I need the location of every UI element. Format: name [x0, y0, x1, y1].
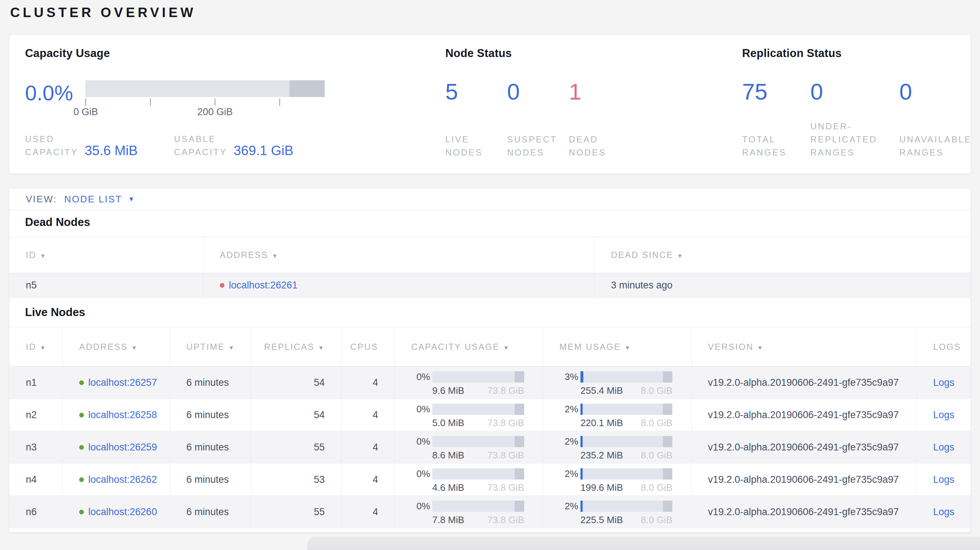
id-cell: n1: [10, 367, 62, 399]
column-header-capacity[interactable]: CAPACITY USAGE▼: [395, 327, 542, 366]
capacity-usage-bar-reserved-segment: [515, 468, 524, 480]
capacity-usage-bar: [432, 404, 524, 415]
dead_since-value: 3 minutes ago: [611, 280, 673, 291]
sort-caret-icon[interactable]: ▼: [318, 345, 325, 351]
logs-link[interactable]: Logs: [933, 506, 955, 518]
id-value: n5: [26, 280, 37, 291]
capacity-usage-total-value: 73.8 GiB: [487, 482, 524, 493]
address-cell: localhost:26259: [62, 431, 170, 463]
sort-caret-icon[interactable]: ▼: [757, 345, 764, 351]
table-header-row: ID▼ADDRESS▼DEAD SINCE▼: [10, 237, 970, 273]
under-replicated-count: 0: [810, 79, 899, 104]
uptime-cell: 6 minutes: [170, 464, 251, 496]
logs-link[interactable]: Logs: [933, 409, 955, 421]
capacity-usage-bar: [432, 436, 524, 447]
mem-usage-percent: 2%: [559, 436, 578, 447]
capacity-usage-percent: 0%: [411, 371, 430, 383]
sort-caret-icon[interactable]: ▼: [40, 253, 46, 259]
column-header-label[interactable]: ADDRESS▼: [220, 250, 278, 260]
mem-usage-bar: [581, 371, 672, 383]
sort-caret-icon[interactable]: ▼: [624, 345, 631, 351]
column-header-id[interactable]: ID▼: [10, 237, 203, 273]
under-replicated-ranges-stat: 0 UNDER-REPLICATED RANGES: [810, 79, 899, 159]
mem-usage-used-value: 255.4 MiB: [581, 385, 623, 396]
column-header-label[interactable]: REPLICAS▼: [264, 342, 325, 352]
capacity-usage-cell: 0%5.0 MiB73.8 GiB: [395, 399, 542, 431]
address-link[interactable]: localhost:26257: [88, 377, 157, 388]
sort-caret-icon[interactable]: ▼: [503, 345, 510, 351]
uptime-value: 6 minutes: [186, 409, 229, 421]
capacity-usage-bar-row: 0%: [411, 404, 526, 415]
mem-usage-bar-reserved-segment: [663, 468, 672, 480]
live-status-icon: [79, 477, 84, 482]
column-header-version[interactable]: VERSION▼: [691, 327, 916, 366]
chevron-down-icon[interactable]: ▼: [128, 196, 134, 203]
unavailable-label: UNAVAILABLE RANGES: [899, 133, 976, 159]
table-row: n6localhost:262606 minutes5540%7.8 MiB73…: [10, 496, 970, 528]
logs-link[interactable]: Logs: [933, 474, 955, 485]
mem-usage-bar-fill: [581, 404, 582, 415]
column-header-dead_since[interactable]: DEAD SINCE▼: [594, 237, 971, 273]
address-link[interactable]: localhost:26258: [88, 409, 157, 421]
column-header-label[interactable]: CAPACITY USAGE▼: [411, 342, 510, 352]
id-value: n3: [26, 442, 37, 453]
capacity-stats: USED CAPACITY 35.6 MiB USABLE CAPACITY 3…: [25, 133, 352, 159]
uptime-cell: 6 minutes: [170, 367, 251, 399]
capacity-usage-bar-reserved-segment: [515, 436, 524, 447]
capacity-meter-bar: [85, 80, 325, 97]
mem-usage-percent: 3%: [559, 371, 578, 383]
column-header-uptime[interactable]: UPTIME▼: [170, 327, 251, 366]
column-header-address[interactable]: ADDRESS▼: [203, 237, 594, 273]
column-header-label[interactable]: ADDRESS▼: [79, 342, 138, 352]
sort-caret-icon[interactable]: ▼: [132, 345, 138, 351]
column-header-replicas[interactable]: REPLICAS▼: [251, 327, 341, 366]
sort-caret-icon[interactable]: ▼: [40, 345, 46, 351]
column-header-label[interactable]: VERSION▼: [708, 342, 764, 352]
column-header-label: CPUS: [350, 342, 378, 352]
usable-capacity-value: 369.1 GiB: [234, 143, 293, 159]
column-header-label[interactable]: DEAD SINCE▼: [611, 250, 684, 260]
live-nodes-count: 5: [445, 79, 507, 104]
address-link[interactable]: localhost:26261: [229, 280, 298, 291]
cluster-summary-panel: Capacity Usage 0.0% 0 GiB 200 Gi: [9, 35, 971, 174]
sort-caret-icon[interactable]: ▼: [677, 253, 684, 259]
column-header-memory[interactable]: MEM USAGE▼: [542, 327, 691, 366]
id-cell: n6: [10, 496, 62, 528]
column-header-label[interactable]: UPTIME▼: [186, 342, 235, 352]
mem-usage-bar-fill: [581, 468, 582, 480]
logs-link[interactable]: Logs: [933, 377, 955, 388]
column-header-label[interactable]: ID▼: [26, 342, 46, 352]
node-status-title: Node Status: [445, 47, 631, 60]
sort-caret-icon[interactable]: ▼: [272, 253, 278, 259]
view-mode-dropdown[interactable]: NODE LIST: [64, 194, 123, 205]
capacity-meter-axis: [85, 97, 325, 107]
mem-usage-total-value: 8.0 GiB: [641, 385, 672, 396]
replicas-cell: 55: [251, 496, 341, 528]
uptime-value: 6 minutes: [186, 506, 229, 518]
table-row: n4localhost:262626 minutes5340%4.6 MiB73…: [10, 464, 970, 496]
capacity-usage-total-value: 73.8 GiB: [487, 417, 524, 429]
suspect-nodes-stat: 0 SUSPECT NODES: [507, 79, 569, 159]
axis-tick: [150, 99, 151, 106]
cpus-cell: 4: [341, 464, 395, 496]
column-header-cpus: CPUS: [341, 327, 395, 366]
column-header-label[interactable]: ID▼: [26, 250, 46, 260]
column-header-address[interactable]: ADDRESS▼: [62, 327, 170, 366]
address-link[interactable]: localhost:26262: [88, 474, 157, 485]
uptime-value: 6 minutes: [186, 442, 229, 453]
sort-caret-icon[interactable]: ▼: [229, 345, 235, 351]
mem-usage-total-value: 8.0 GiB: [641, 514, 672, 526]
column-header-label[interactable]: MEM USAGE▼: [559, 342, 631, 352]
mem-usage-used-value: 225.5 MiB: [581, 514, 623, 526]
address-link[interactable]: localhost:26260: [88, 506, 157, 518]
replicas-cell: 53: [251, 464, 341, 496]
column-header-id[interactable]: ID▼: [10, 327, 62, 366]
capacity-usage-bar-row: 0%: [411, 436, 526, 447]
capacity-usage-cell: 0%7.8 MiB73.8 GiB: [395, 496, 542, 528]
mem-usage-bar-row: 2%: [559, 501, 675, 512]
address-link[interactable]: localhost:26259: [88, 442, 157, 453]
mem-usage-bar-row: 2%: [559, 468, 675, 480]
capacity-usage-used-value: 5.0 MiB: [432, 417, 464, 429]
logs-link[interactable]: Logs: [933, 442, 955, 453]
table-row: n2localhost:262586 minutes5440%5.0 MiB73…: [10, 399, 970, 431]
